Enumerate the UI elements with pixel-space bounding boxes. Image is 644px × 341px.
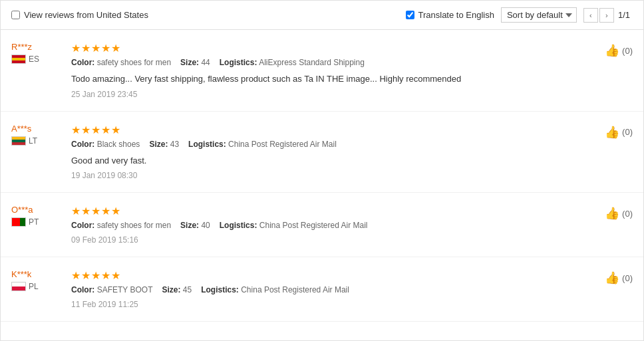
like-button[interactable]: 👍 (0) (605, 43, 633, 58)
size-value: 44 (201, 58, 210, 67)
like-count: (0) (622, 273, 633, 283)
reviewer-info: O***a PT (11, 205, 65, 245)
logistics-meta: Logistics: China Post Registered Air Mai… (188, 140, 337, 149)
star: ★ (101, 269, 110, 282)
country-flag (11, 217, 26, 227)
country-code: LT (29, 136, 37, 146)
review-meta: Color: Black shoes Size: 43 Logistics: C… (71, 140, 598, 149)
review-meta: Color: SAFETY BOOT Size: 45 Logistics: C… (71, 285, 598, 294)
reviewer-country: ES (11, 55, 65, 64)
star: ★ (71, 124, 80, 136)
star: ★ (111, 124, 120, 136)
size-label: Size: (180, 221, 199, 230)
star: ★ (111, 205, 120, 217)
like-button[interactable]: 👍 (0) (605, 125, 633, 140)
color-meta: Color: Black shoes (71, 140, 140, 149)
star: ★ (71, 205, 80, 217)
star-rating: ★★★★★ (71, 42, 598, 55)
reviewer-name: K***k (11, 269, 65, 279)
thumbs-up-icon: 👍 (605, 206, 619, 221)
filter-us-text: View reviews from United States (24, 10, 148, 20)
reviewer-info: K***k PL (11, 269, 65, 309)
review-date: 09 Feb 2019 15:16 (71, 235, 598, 245)
sort-select[interactable]: Sort by default (501, 7, 577, 23)
color-value: SAFETY BOOT (97, 285, 153, 294)
country-flag (11, 282, 26, 291)
star-rating: ★★★★★ (71, 124, 598, 136)
translate-label[interactable]: Translate to English (406, 10, 494, 20)
review-item: K***k PL ★★★★★ Color: SAFETY BOOT Size: (1, 257, 643, 322)
logistics-meta: Logistics: China Post Registered Air Mai… (220, 221, 368, 230)
color-meta: Color: SAFETY BOOT (71, 285, 152, 294)
star: ★ (81, 269, 90, 282)
color-value: safety shoes for men (97, 221, 171, 230)
review-meta: Color: safety shoes for men Size: 40 Log… (71, 221, 598, 230)
review-content: ★★★★★ Color: Black shoes Size: 43 Logist… (65, 124, 598, 181)
star: ★ (101, 42, 110, 55)
review-content: ★★★★★ Color: SAFETY BOOT Size: 45 Logist… (65, 269, 598, 309)
like-count: (0) (622, 127, 633, 137)
review-item: R***z ES ★★★★★ Color: safety shoes for m… (1, 30, 643, 112)
size-value: 43 (170, 140, 179, 149)
star: ★ (91, 205, 100, 217)
color-meta: Color: safety shoes for men (71, 221, 171, 230)
star-rating: ★★★★★ (71, 269, 598, 282)
color-meta: Color: safety shoes for men (71, 58, 171, 67)
country-code: PL (29, 282, 39, 291)
logistics-value: China Post Registered Air Mail (259, 221, 368, 230)
top-bar-right: Translate to English Sort by default ‹ ›… (406, 7, 633, 23)
pagination: ‹ › 1/1 (583, 8, 633, 23)
review-actions: 👍 (0) (605, 42, 633, 99)
reviewer-country: PL (11, 282, 65, 291)
filter-us-checkbox[interactable] (11, 11, 20, 19)
reviewer-info: R***z ES (11, 42, 65, 99)
review-actions: 👍 (0) (605, 205, 633, 245)
top-bar: View reviews from United States Translat… (1, 1, 643, 30)
size-meta: Size: 40 (180, 221, 210, 230)
like-count: (0) (622, 46, 633, 56)
star: ★ (81, 42, 90, 55)
logistics-value: China Post Registered Air Mail (228, 140, 337, 149)
reviewer-name: A***s (11, 124, 65, 134)
review-content: ★★★★★ Color: safety shoes for men Size: … (65, 205, 598, 245)
size-meta: Size: 45 (162, 285, 192, 294)
prev-page-button[interactable]: ‹ (583, 8, 598, 23)
star: ★ (91, 269, 100, 282)
like-button[interactable]: 👍 (0) (605, 206, 633, 221)
color-label: Color: (71, 58, 94, 67)
size-meta: Size: 44 (180, 58, 210, 67)
next-page-button[interactable]: › (599, 8, 614, 23)
logistics-value: AliExpress Standard Shipping (259, 58, 365, 67)
review-item: O***a PT ★★★★★ Color: safety shoes for m… (1, 193, 643, 257)
star: ★ (101, 124, 110, 136)
star: ★ (101, 205, 110, 217)
logistics-meta: Logistics: China Post Registered Air Mai… (201, 285, 349, 294)
country-flag (11, 55, 26, 64)
country-flag (11, 136, 26, 146)
review-item: A***s LT ★★★★★ Color: Black shoes Size: (1, 112, 643, 193)
color-label: Color: (71, 221, 94, 230)
size-label: Size: (149, 140, 168, 149)
review-actions: 👍 (0) (605, 269, 633, 309)
like-button[interactable]: 👍 (0) (605, 271, 633, 285)
logistics-value: China Post Registered Air Mail (241, 285, 349, 294)
review-meta: Color: safety shoes for men Size: 44 Log… (71, 58, 598, 67)
logistics-label: Logistics: (220, 221, 257, 230)
star: ★ (91, 124, 100, 136)
size-label: Size: (162, 285, 180, 294)
review-text: Todo amazing... Very fast shipping, flaw… (71, 72, 598, 86)
filter-us-label[interactable]: View reviews from United States (11, 10, 148, 20)
color-label: Color: (71, 285, 94, 294)
color-value: safety shoes for men (97, 58, 171, 67)
reviewer-country: PT (11, 217, 65, 227)
logistics-meta: Logistics: AliExpress Standard Shipping (220, 58, 365, 67)
logistics-label: Logistics: (201, 285, 239, 294)
translate-checkbox[interactable] (406, 11, 414, 19)
star: ★ (111, 42, 120, 55)
reviewer-country: LT (11, 136, 65, 146)
reviews-container: View reviews from United States Translat… (0, 0, 644, 341)
review-date: 19 Jan 2019 08:30 (71, 171, 598, 180)
translate-text: Translate to English (418, 10, 494, 20)
review-date: 25 Jan 2019 23:45 (71, 90, 598, 99)
reviews-list: R***z ES ★★★★★ Color: safety shoes for m… (1, 30, 643, 322)
